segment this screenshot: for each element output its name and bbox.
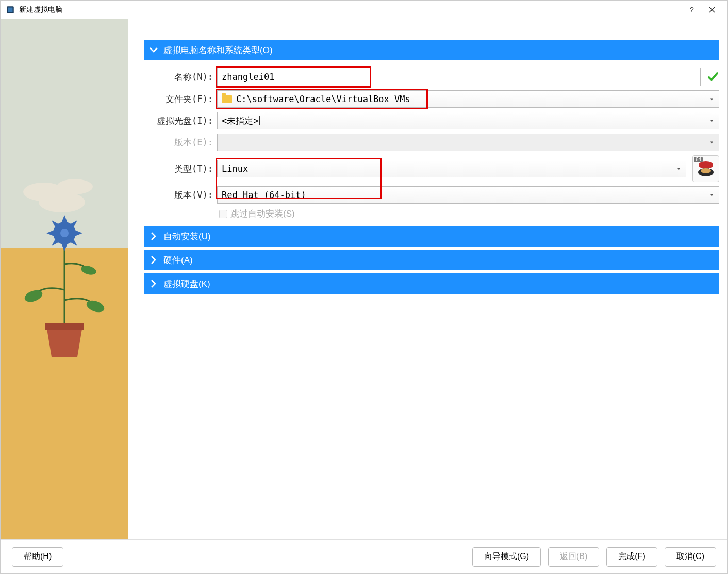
chevron-right-icon <box>148 232 159 241</box>
bottom-bar: 帮助(H) 向导模式(G) 返回(B) 完成(F) 取消(C) <box>1 539 727 573</box>
svg-rect-1 <box>8 7 13 12</box>
row-iso: 虚拟光盘(I): <未指定> ▾ <box>144 112 719 129</box>
section-virtual-disk-label: 虚拟硬盘(K) <box>163 278 210 290</box>
type-select[interactable]: Linux ▾ <box>217 160 686 177</box>
skip-auto-label: 跳过自动安装(S) <box>230 208 295 220</box>
cancel-button[interactable]: 取消(C) <box>665 547 716 567</box>
close-button[interactable] <box>702 2 722 18</box>
form-area: 名称(N): 文件夹(F): C:\software\Or <box>144 63 719 223</box>
wizard-mode-button[interactable]: 向导模式(G) <box>472 547 541 567</box>
folder-icon <box>222 95 232 103</box>
svg-rect-13 <box>45 323 84 330</box>
section-virtual-disk[interactable]: 虚拟硬盘(K) <box>144 273 719 294</box>
edition-label: 版本(E): <box>144 137 217 149</box>
plant-icon <box>13 166 116 372</box>
chevron-down-icon: ▾ <box>710 191 714 199</box>
section-name-os[interactable]: 虚拟电脑名称和系统类型(O) <box>144 40 719 60</box>
row-skip-auto: 跳过自动安装(S) <box>144 208 719 220</box>
os-icon: 64 <box>692 155 719 182</box>
window-title: 新建虚拟电脑 <box>19 5 681 14</box>
row-edition: 版本(E): ▾ <box>144 134 719 151</box>
section-hardware[interactable]: 硬件(A) <box>144 250 719 270</box>
section-auto-install[interactable]: 自动安装(U) <box>144 226 719 247</box>
chevron-down-icon: ▾ <box>710 139 714 146</box>
chevron-down-icon: ▾ <box>710 95 714 103</box>
row-name: 名称(N): <box>144 68 719 86</box>
folder-label: 文件夹(F): <box>144 93 217 105</box>
os-bits-badge: 64 <box>694 157 703 162</box>
titlebar: 新建虚拟电脑 ? <box>1 1 727 19</box>
dialog-window: 新建虚拟电脑 ? <box>0 0 728 574</box>
app-icon <box>6 5 15 14</box>
chevron-down-icon: ▾ <box>677 165 681 172</box>
sidebar-illustration <box>1 19 128 539</box>
svg-point-16 <box>701 168 711 173</box>
edition-select: ▾ <box>217 134 719 151</box>
section-auto-install-label: 自动安装(U) <box>163 231 211 242</box>
iso-label: 虚拟光盘(I): <box>144 115 217 127</box>
row-version: 版本(V): Red Hat (64-bit) ▾ <box>144 186 719 204</box>
name-input[interactable] <box>217 68 701 86</box>
iso-value: <未指定> <box>222 115 258 127</box>
folder-select[interactable]: C:\software\Oracle\VirtualBox VMs ▾ <box>217 90 719 108</box>
finish-button[interactable]: 完成(F) <box>606 547 657 567</box>
row-type: 类型(T): Linux ▾ 64 <box>144 155 719 182</box>
svg-text:?: ? <box>690 6 694 13</box>
content-panel: 虚拟电脑名称和系统类型(O) 名称(N): 文件夹(F): <box>128 19 727 539</box>
help-button[interactable]: ? <box>681 2 702 18</box>
back-button: 返回(B) <box>548 547 599 567</box>
checkmark-icon <box>707 71 719 83</box>
name-label: 名称(N): <box>144 71 217 83</box>
version-label: 版本(V): <box>144 189 217 201</box>
row-folder: 文件夹(F): C:\software\Oracle\VirtualBox VM… <box>144 90 719 108</box>
folder-value: C:\software\Oracle\VirtualBox VMs <box>236 94 410 104</box>
iso-select[interactable]: <未指定> ▾ <box>217 112 719 129</box>
section-hardware-label: 硬件(A) <box>163 254 193 266</box>
type-value: Linux <box>222 163 248 174</box>
svg-point-12 <box>60 229 69 237</box>
cursor-caret <box>259 116 260 125</box>
section-name-os-label: 虚拟电脑名称和系统类型(O) <box>163 44 273 56</box>
skip-auto-checkbox <box>219 210 227 218</box>
type-label: 类型(T): <box>144 163 217 175</box>
chevron-right-icon <box>148 279 159 288</box>
main-area: 虚拟电脑名称和系统类型(O) 名称(N): 文件夹(F): <box>1 19 727 539</box>
chevron-down-icon <box>148 47 159 53</box>
svg-point-14 <box>699 161 713 169</box>
version-select[interactable]: Red Hat (64-bit) ▾ <box>217 186 719 204</box>
chevron-right-icon <box>148 255 159 265</box>
version-value: Red Hat (64-bit) <box>222 190 306 200</box>
chevron-down-icon: ▾ <box>710 117 714 124</box>
help-button-bottom[interactable]: 帮助(H) <box>12 547 63 567</box>
svg-point-7 <box>39 192 85 212</box>
